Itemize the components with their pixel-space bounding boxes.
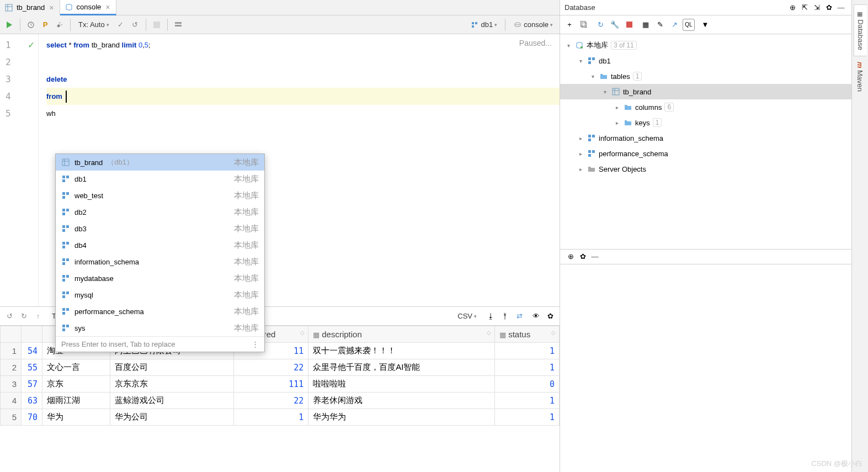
tree-node[interactable]: ▸columns6 [560,99,851,115]
history-button[interactable] [25,19,37,31]
schema-dropdown[interactable]: db1 ▾ [467,19,500,31]
explain-button[interactable] [172,19,184,31]
wrench-icon[interactable] [54,19,66,31]
tree-node[interactable]: ▾本地库3 of 11 [560,38,851,53]
autocomplete-item[interactable]: db1本地库 [56,171,264,187]
rollback-icon[interactable]: ↺ [3,310,15,322]
autocomplete-item[interactable]: tb_brand（db1）本地库 [56,154,264,171]
editor-toolbar: P Tx: Auto ▾ ✓ ↺ db1 ▾ console ▾ [0,15,560,34]
expand-icon[interactable]: ⇱ [798,2,811,14]
svg-rect-6 [175,25,182,26]
svg-rect-17 [62,192,65,195]
jump-icon[interactable]: ↗ [668,19,680,31]
stop-icon[interactable] [623,19,635,31]
svg-rect-57 [588,154,591,157]
table-row[interactable]: 357京东京东京东111啦啦啦啦0 [1,376,560,393]
tree-node[interactable]: ▾tb_brand [560,84,851,99]
autocomplete-item[interactable]: mysql本地库 [56,287,264,303]
database-title: Database [565,3,595,12]
table-row[interactable]: 570华为华为公司1华为华为1 [1,409,560,426]
column-header[interactable]: ▦status◇ [495,326,560,343]
view-icon[interactable]: 👁 [530,310,542,322]
tx-mode-dropdown[interactable]: Tx: Auto ▾ [75,19,113,31]
minimize-icon[interactable]: — [835,2,847,14]
column-header[interactable]: ▦description◇ [308,326,495,343]
tree-node[interactable]: ▾tables1 [560,68,851,84]
session-dropdown[interactable]: console ▾ [510,19,556,31]
svg-rect-22 [62,213,65,215]
tab-tb-brand[interactable]: tb_brand × [0,0,60,15]
up-icon[interactable]: ↑ [32,310,44,322]
autocomplete-item[interactable]: performance_schema本地库 [56,303,264,320]
svg-rect-34 [62,279,65,282]
edit-icon[interactable]: ✎ [654,19,666,31]
secondary-panel-header: ⊕ ✿ — [560,249,851,264]
download-icon[interactable]: ⭳ [484,310,497,322]
compare-icon[interactable]: ⇄ [513,310,525,322]
close-icon[interactable]: × [48,3,55,12]
filter-icon[interactable]: ▼ [699,19,711,31]
redo-icon[interactable]: ↻ [18,310,30,322]
wrench-icon[interactable]: 🔧 [609,19,621,31]
tree-node[interactable]: ▸information_schema [560,130,851,146]
table-row[interactable]: 255文心一言百度公司22众里寻他千百度，百度AI智能1 [1,359,560,376]
autocomplete-item[interactable]: information_schema本地库 [56,253,264,270]
svg-rect-30 [66,258,69,261]
svg-rect-9 [472,25,474,28]
tab-console[interactable]: console × [60,0,116,15]
collapse-icon[interactable]: ⇲ [811,2,823,14]
gear-icon[interactable]: ✿ [577,251,589,263]
rollback-button[interactable]: ↺ [129,19,141,31]
autocomplete-item[interactable]: db3本地库 [56,220,264,237]
svg-rect-29 [62,258,65,261]
autocomplete-item[interactable]: sys本地库 [56,320,264,336]
database-tree[interactable]: ▾本地库3 of 11▾db1▾tables1▾tb_brand▸columns… [560,34,851,249]
svg-rect-0 [6,4,12,11]
svg-rect-43 [62,328,65,331]
tree-node[interactable]: ▸keys1 [560,115,851,130]
refresh-icon[interactable]: ↻ [594,19,606,31]
autocomplete-item[interactable]: web_test本地库 [56,187,264,204]
svg-rect-38 [62,308,65,311]
gutter: 1✓2345 [0,34,39,306]
sql-editor[interactable]: 1✓2345 Paused... select * from tb_brand … [0,34,560,306]
svg-rect-41 [62,325,65,327]
console-icon[interactable]: QL [683,19,695,31]
stop-button[interactable] [151,19,163,31]
svg-rect-14 [62,176,65,178]
svg-rect-28 [62,246,65,248]
duplicate-icon[interactable]: ⿻ [578,19,590,31]
close-icon[interactable]: × [104,3,111,12]
table-icon[interactable]: ▦ [640,19,652,31]
tree-node[interactable]: ▸Server Objects [560,161,851,177]
svg-rect-39 [66,308,69,311]
export-dropdown[interactable]: CSV ▾ [454,310,480,322]
strip-maven[interactable]: m Maven [854,56,866,97]
tree-node[interactable]: ▸performance_schema [560,146,851,161]
run-button[interactable] [3,19,15,31]
gear-icon[interactable]: ✿ [823,2,835,14]
commit-button[interactable]: ✓ [115,19,127,31]
svg-rect-11 [62,159,69,166]
upload-icon[interactable]: ⭱ [499,310,511,322]
minimize-icon[interactable]: — [589,251,601,263]
svg-rect-48 [588,61,591,64]
settings-icon[interactable]: ✿ [544,310,556,322]
strip-database[interactable]: ▦ Database [854,4,867,56]
autocomplete-item[interactable]: db2本地库 [56,204,264,220]
svg-rect-47 [592,57,595,60]
svg-rect-27 [66,242,69,245]
svg-rect-19 [62,196,65,199]
svg-rect-36 [66,291,69,294]
svg-rect-18 [66,192,69,195]
target-icon[interactable]: ⊕ [786,2,798,14]
autocomplete-item[interactable]: mydatabase本地库 [56,270,264,287]
autocomplete-item[interactable]: db4本地库 [56,237,264,253]
table-row[interactable]: 463烟雨江湖蓝鲸游戏公司22养老休闲游戏1 [1,393,560,409]
svg-point-45 [581,46,583,49]
tree-node[interactable]: ▾db1 [560,53,851,68]
svg-rect-5 [175,22,182,24]
add-icon[interactable]: + [563,19,576,31]
playground-button[interactable]: P [39,19,51,31]
target-icon[interactable]: ⊕ [565,251,577,263]
